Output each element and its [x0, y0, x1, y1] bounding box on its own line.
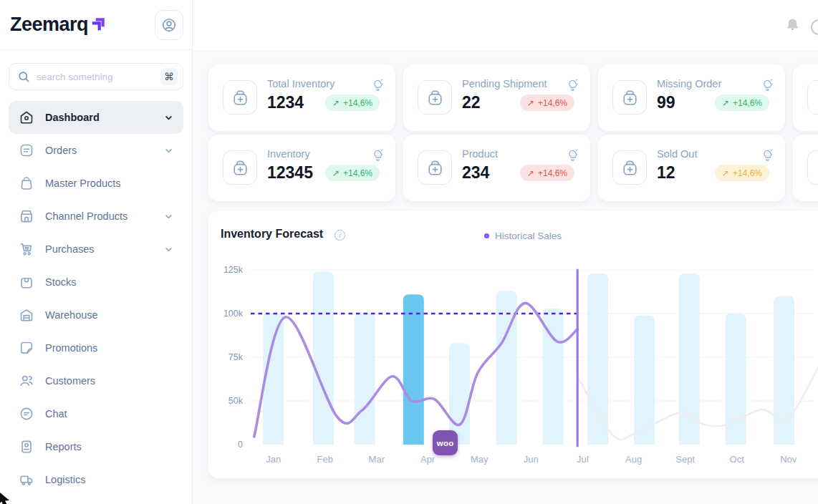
stat-card-icon: [612, 80, 647, 115]
brand-name: Zeemarq: [10, 14, 88, 36]
x-tick-label: Mar: [369, 454, 385, 465]
sidebar-item-label: Orders: [45, 145, 77, 156]
sidebar-item-label: Logistics: [45, 474, 85, 485]
stat-card-sold-out[interactable]: Sold Out12 ↗+14,6%: [598, 135, 785, 201]
stat-card-value: 234: [462, 163, 489, 183]
y-tick-label: 50k: [228, 396, 244, 406]
chat-icon: [19, 406, 34, 422]
stat-card-title: Missing Order: [657, 78, 721, 89]
brand-logo: Zeemarq: [10, 14, 108, 36]
bar[interactable]: [679, 273, 700, 445]
search-input[interactable]: [37, 72, 154, 82]
stat-card-value: 99: [657, 93, 675, 112]
warehouse-icon: [19, 307, 34, 323]
lightbulb-icon: [372, 149, 383, 161]
inventory-forecast-plot: 125k100k75k50k0JanFebMarAprMayJunJulAugS…: [208, 211, 818, 478]
sidebar-header: Zeemarq: [0, 0, 192, 50]
y-tick-label: 100k: [223, 309, 244, 319]
sidebar-item-label: Promotions: [45, 342, 97, 354]
trend-badge: ↗+14,6%: [325, 94, 380, 111]
x-tick-label: Sept: [675, 454, 695, 465]
mouse-cursor: [0, 491, 11, 504]
trend-arrow-icon: ↗: [527, 98, 534, 108]
chevron-down-icon: [164, 146, 173, 155]
sidebar-item-logistics[interactable]: Logistics: [9, 463, 183, 496]
sidebar-item-label: Customers: [45, 375, 95, 387]
trend-arrow-icon: ↗: [527, 168, 534, 178]
sidebar-item-reports[interactable]: Reports: [9, 430, 183, 463]
bar[interactable]: [449, 343, 470, 445]
stat-card-icon: [612, 150, 647, 185]
sidebar-item-label: Master Products: [45, 178, 121, 189]
stat-card-partial: [793, 64, 818, 131]
bag-plus-icon: [814, 158, 818, 178]
sidebar-item-stocks[interactable]: Stocks: [9, 266, 183, 299]
stat-card-product[interactable]: Product234 ↗+14,6%: [403, 135, 590, 201]
x-tick-label: Feb: [317, 454, 333, 465]
bag-plus-icon: [620, 158, 640, 178]
sidebar-item-purchases[interactable]: Purchases: [9, 233, 183, 266]
trend-change: +14,6%: [343, 98, 372, 108]
stat-card-partial: [793, 135, 818, 201]
bar[interactable]: [587, 273, 608, 445]
stat-card-icon: [223, 80, 257, 115]
bag-plus-icon: [425, 88, 446, 107]
sidebar-item-chat[interactable]: Chat: [9, 397, 183, 430]
truck-icon: [19, 472, 34, 488]
profile-button[interactable]: [155, 10, 183, 40]
search-box[interactable]: ⌘: [9, 63, 183, 90]
chevron-down-icon: [164, 113, 173, 122]
trend-arrow-icon: ↗: [332, 98, 340, 108]
sidebar-item-label: Purchases: [45, 243, 95, 255]
stat-card-icon: [418, 150, 452, 185]
sidebar-item-master-products[interactable]: Master Products: [9, 167, 183, 200]
sidebar-item-label: Stocks: [45, 276, 77, 288]
sidebar: Zeemarq ⌘ DashboardOrdersMaster Pr: [0, 0, 193, 504]
stat-card-title: Product: [462, 148, 498, 160]
stat-card-value: 12345: [267, 163, 313, 183]
bag-plus-icon: [620, 88, 640, 107]
avatar-partial[interactable]: [811, 19, 818, 35]
bell-icon: [786, 18, 799, 33]
bag-plus-icon: [425, 158, 446, 178]
trend-badge: ↗+14,6%: [520, 94, 574, 111]
woocommerce-badge[interactable]: woo: [433, 430, 458, 455]
stat-card-total-inventory[interactable]: Total Inventory1234 ↗+14,6%: [208, 64, 395, 131]
dashboard-home-icon: [19, 110, 34, 125]
bar[interactable]: [313, 271, 334, 445]
bar[interactable]: [355, 314, 375, 445]
x-tick-label: May: [471, 454, 489, 465]
topbar: [193, 0, 818, 51]
sidebar-item-warehouse[interactable]: Warehouse: [9, 299, 183, 331]
sidebar-item-channel-products[interactable]: Channel Products: [9, 200, 183, 233]
bar[interactable]: [774, 296, 794, 445]
cart-icon: [19, 241, 34, 257]
shortcut-key-badge: ⌘: [160, 68, 178, 85]
y-tick-label: 0: [238, 440, 243, 450]
sidebar-item-customers[interactable]: Customers: [9, 364, 183, 397]
x-tick-label: Oct: [730, 454, 745, 465]
stat-card-missing-order[interactable]: Missing Order99 ↗+14,6%: [598, 64, 785, 131]
sidebar-item-label: Dashboard: [45, 112, 100, 123]
x-tick-label: Apr: [420, 454, 436, 465]
sidebar-item-promotions[interactable]: Promotions: [9, 331, 183, 364]
stat-card-inventory[interactable]: Inventory12345 ↗+14,6%: [208, 135, 395, 201]
sidebar-item-label: Warehouse: [45, 309, 98, 321]
notifications-button[interactable]: [786, 18, 799, 35]
storefront-icon: [19, 208, 34, 224]
sidebar-item-orders[interactable]: Orders: [9, 134, 183, 167]
stat-cards-row-1: Total Inventory1234 ↗+14,6% Pending Ship…: [208, 64, 818, 131]
bar[interactable]: [403, 294, 424, 445]
x-tick-label: Aug: [625, 454, 642, 465]
trend-change: +14,6%: [733, 168, 762, 178]
sidebar-item-dashboard[interactable]: Dashboard: [9, 101, 183, 134]
trend-change: +14,6%: [343, 168, 372, 178]
trend-badge: ↗+14,6%: [325, 165, 380, 181]
stat-card-title: Sold Out: [657, 148, 697, 160]
trend-arrow-icon: ↗: [332, 168, 340, 178]
lightbulb-icon: [372, 79, 383, 91]
lightbulb-icon: [567, 149, 578, 161]
stat-card-value: 22: [462, 93, 481, 112]
stat-card-pending-shipment[interactable]: Pending Shipment22 ↗+14,6%: [403, 64, 590, 131]
lightbulb-icon: [762, 149, 773, 161]
